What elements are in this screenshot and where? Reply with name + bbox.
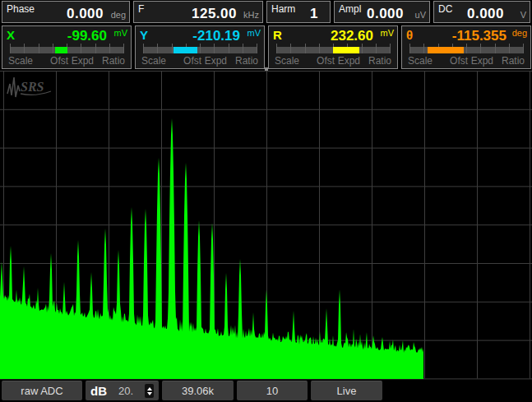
srs-logo-icon: SRS [5,74,58,100]
channel-y-controls: Scale Ofst Expd Ratio [141,55,258,67]
averages-value: 10 [266,385,278,397]
slider-tick [229,44,229,53]
channel-x-offset-slider[interactable] [10,47,123,53]
param-amplitude-unit: uV [415,10,426,20]
channel-r-offset-indicator[interactable] [333,47,359,53]
channel-theta-controls: Scale Ofst Expd Ratio [408,55,525,67]
channel-theta-offset-indicator[interactable] [428,47,464,53]
slider-tick [423,44,424,53]
channel-y-display[interactable]: Y -210.19 mV Scale Ofst Expd Ratio [135,25,265,69]
channel-x-expd-button[interactable]: Expd [72,55,94,67]
channel-x-ofst-button[interactable]: Ofst [50,55,68,67]
channel-r-controls: Scale Ofst Expd Ratio [275,55,391,67]
channel-theta-scale-button[interactable]: Scale [408,55,433,67]
param-dc-value: 0.000 [467,6,504,22]
param-harmonic[interactable]: Harm 1 [266,1,331,23]
db-label: dB [90,384,107,398]
slider-tick [362,44,363,53]
channel-y-expd-button[interactable]: Expd [205,55,227,67]
slider-tick [10,44,11,53]
averages-button[interactable]: 10 [237,381,308,400]
param-harmonic-value: 1 [310,6,318,22]
source-label: raw ADC [21,385,62,397]
channel-x-value: -99.60 [67,28,107,44]
slider-tick [257,44,257,53]
slider-tick [214,44,215,53]
channel-x-offset-indicator[interactable] [55,47,67,53]
channel-r-expd-button[interactable]: Expd [338,55,360,67]
channel-r-offset-slider[interactable] [276,47,390,53]
param-phase-label: Phase [7,3,35,15]
slider-tick [509,44,510,53]
channel-y-unit: mV [247,28,261,38]
param-dc-offset[interactable]: DC 0.000 V [433,1,530,23]
slider-tick [109,44,110,53]
spinner-up-icon[interactable] [147,387,152,390]
channel-theta-value: -115.355 [452,28,507,44]
channel-theta-letter: θ [406,28,413,42]
param-phase-value: 0.000 [67,6,104,22]
span-button[interactable]: 39.06k [162,381,234,400]
channel-y-offset-slider[interactable] [143,47,257,53]
param-frequency-unit: kHz [243,10,259,20]
slider-tick [143,44,144,53]
channel-theta-display[interactable]: θ -115.355 deg Scale Ofst Expd Ratio [401,25,531,69]
span-value: 39.06k [182,385,214,397]
slider-tick [243,44,243,53]
channel-r-unit: mV [381,28,395,38]
channel-y-ofst-button[interactable]: Ofst [183,55,201,67]
slider-tick [495,44,496,53]
slider-tick [172,44,173,53]
db-scale-button[interactable]: dB 20. [86,381,159,400]
slider-tick [390,44,391,53]
db-spinner-control[interactable] [145,384,154,398]
channel-y-offset-indicator[interactable] [173,47,197,53]
slider-tick [276,44,277,53]
slider-tick [376,44,377,53]
param-amplitude-label: Ampl [339,3,361,15]
slider-tick [200,44,201,53]
channel-x-scale-button[interactable]: Scale [8,55,33,67]
channel-r-ratio-button[interactable]: Ratio [368,55,391,67]
slider-tick [123,44,124,53]
param-frequency[interactable]: F 125.00 kHz [133,1,263,23]
channel-x-display[interactable]: X -99.60 mV Scale Ofst Expd Ratio [2,25,132,69]
channel-y-letter: Y [140,28,148,42]
slider-tick [523,44,524,53]
logo-text: SRS [21,80,44,94]
spectrum-trace [0,118,423,379]
channel-theta-unit: deg [512,28,527,38]
source-button[interactable]: raw ADC [2,381,82,400]
param-amplitude-value: 0.000 [367,6,404,22]
spinner-down-icon[interactable] [147,392,152,395]
channel-theta-ofst-button[interactable]: Ofst [450,55,468,67]
channel-r-letter: R [273,28,282,42]
param-phase-unit: deg [111,10,126,20]
channel-theta-ratio-button[interactable]: Ratio [502,55,525,67]
channel-y-scale-button[interactable]: Scale [141,55,166,67]
channel-r-scale-button[interactable]: Scale [275,55,299,67]
slider-tick [466,44,467,53]
channel-x-controls: Scale Ofst Expd Ratio [8,55,125,67]
instrument-screen: SRS Phase 0.000 deg F 125.00 kHz Harm 1 … [0,0,532,402]
slider-tick [290,44,291,53]
channel-theta-expd-button[interactable]: Expd [471,55,493,67]
channel-r-display[interactable]: R 232.60 mV Scale Ofst Expd Ratio [268,25,398,69]
param-phase[interactable]: Phase 0.000 deg [2,1,130,23]
channel-y-ratio-button[interactable]: Ratio [235,55,258,67]
channel-y-value: -210.19 [192,28,240,44]
channel-r-ofst-button[interactable]: Ofst [317,55,335,67]
channel-theta-offset-slider[interactable] [409,47,523,53]
slider-tick [24,44,25,53]
mode-value: Live [337,385,357,397]
param-frequency-label: F [138,3,144,15]
slider-tick [409,44,410,53]
bottom-softkey-bar: raw ADC dB 20. 39.06k 10 Live [2,381,382,400]
channel-x-unit: mV [114,28,128,38]
param-amplitude[interactable]: Ampl 0.000 uV [334,1,430,23]
param-frequency-value: 125.00 [192,6,237,22]
db-value: 20. [107,385,145,397]
channel-x-ratio-button[interactable]: Ratio [102,55,125,67]
mode-button[interactable]: Live [311,381,382,400]
slider-tick [95,44,96,53]
